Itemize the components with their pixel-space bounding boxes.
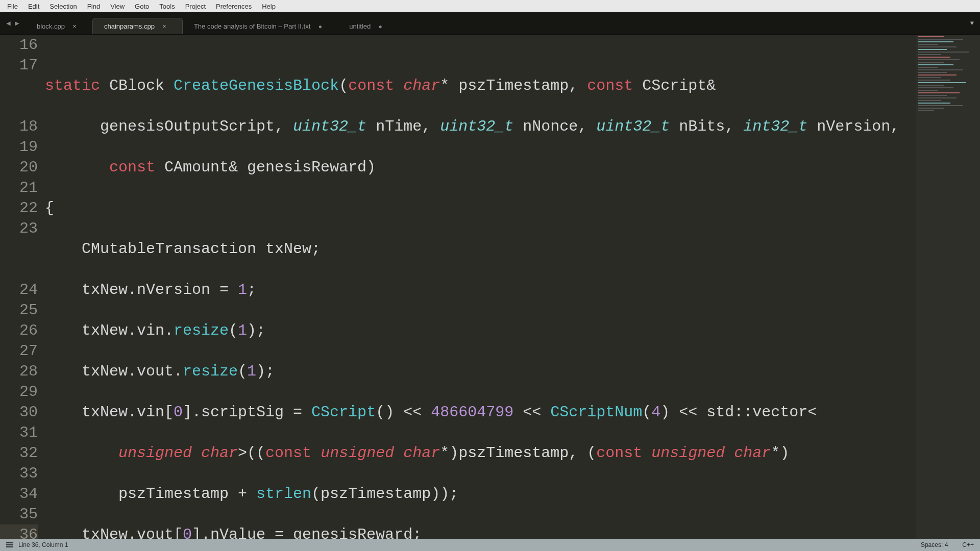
close-icon[interactable]: × [162, 23, 167, 30]
cursor-position[interactable]: Line 36, Column 1 [18, 541, 68, 548]
code-line: const CAmount& genesisReward) [45, 157, 916, 178]
menu-edit[interactable]: Edit [23, 1, 44, 12]
menu-view[interactable]: View [105, 1, 130, 12]
tab-bar: ◀ ▶ block.cpp × chainparams.cpp × The co… [0, 12, 980, 35]
tab-overflow-icon[interactable]: ▼ [968, 18, 976, 29]
menu-bar: File Edit Selection Find View Goto Tools… [0, 0, 980, 12]
status-bar: Line 36, Column 1 Spaces: 4 C++ [0, 539, 980, 551]
menu-selection[interactable]: Selection [44, 1, 82, 12]
tab-nav-buttons[interactable]: ◀ ▶ [0, 12, 26, 34]
syntax-language[interactable]: C++ [962, 541, 974, 548]
tab-label: block.cpp [37, 22, 65, 30]
menu-file[interactable]: File [2, 1, 23, 12]
code-line: { [45, 198, 916, 218]
code-line: CMutableTransaction txNew; [45, 239, 916, 259]
menu-preferences[interactable]: Preferences [211, 1, 257, 12]
code-line: unsigned char>((const unsigned char*)psz… [45, 443, 916, 463]
code-editor[interactable]: static CBlock CreateGenesisBlock(const c… [45, 35, 916, 539]
code-line: txNew.vin[0].scriptSig = CScript() << 48… [45, 402, 916, 422]
tab-label: The code analysis of Bitcoin – Part II.t… [194, 22, 310, 30]
code-line: pszTimestamp + strlen(pszTimestamp)); [45, 484, 916, 504]
tab-label: untitled [349, 22, 371, 30]
dirty-icon: ● [317, 23, 323, 30]
code-line: genesisOutputScript, uint32_t nTime, uin… [45, 116, 916, 137]
code-line: static CBlock CreateGenesisBlock(const c… [45, 76, 916, 96]
menu-goto[interactable]: Goto [130, 1, 154, 12]
code-line: txNew.nVersion = 1; [45, 280, 916, 300]
code-line: txNew.vout[0].nValue = genesisReward; [45, 524, 916, 539]
menu-find[interactable]: Find [82, 1, 105, 12]
indent-setting[interactable]: Spaces: 4 [921, 541, 948, 548]
menu-project[interactable]: Project [180, 1, 211, 12]
tab-block-cpp[interactable]: block.cpp × [26, 18, 92, 34]
line-number-gutter: 16 17 18 19 20 21 22 23 24 25 26 27 28 2… [0, 35, 45, 539]
close-icon[interactable]: × [72, 23, 77, 30]
menu-help[interactable]: Help [257, 1, 281, 12]
dirty-icon: ● [378, 23, 383, 30]
tab-code-analysis-txt[interactable]: The code analysis of Bitcoin – Part II.t… [183, 18, 338, 34]
code-line: txNew.vout.resize(1); [45, 361, 916, 382]
tab-untitled[interactable]: untitled ● [338, 18, 398, 34]
code-line: txNew.vin.resize(1); [45, 320, 916, 341]
tab-label: chainparams.cpp [104, 22, 155, 30]
hamburger-icon[interactable] [6, 542, 13, 547]
minimap[interactable] [916, 35, 980, 539]
tab-chainparams-cpp[interactable]: chainparams.cpp × [92, 18, 183, 34]
menu-tools[interactable]: Tools [154, 1, 180, 12]
editor-area: 16 17 18 19 20 21 22 23 24 25 26 27 28 2… [0, 35, 980, 539]
